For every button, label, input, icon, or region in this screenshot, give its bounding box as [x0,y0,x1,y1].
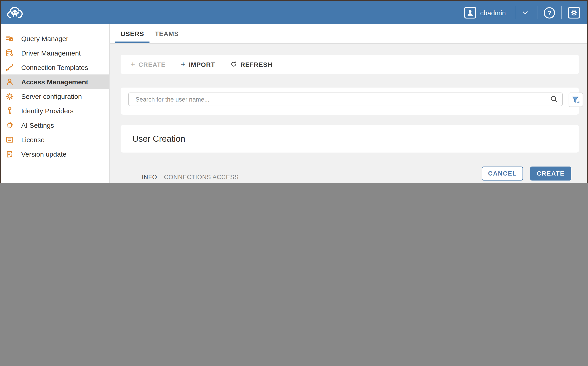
sidebar-item-server-configuration[interactable]: Server configuration [1,89,109,103]
search-input[interactable] [128,92,563,106]
sidebar-item-label: AI Settings [21,121,54,129]
top-bar: cbadmin [1,1,587,24]
query-manager-icon [5,34,14,43]
cloudbeaver-admin-window: cbadmin [0,0,588,183]
sidebar-item-label: Identity Providers [21,107,74,114]
cancel-button[interactable]: CANCEL [482,167,523,181]
sidebar-item-driver-management[interactable]: Driver Management [1,46,109,60]
sidebar-item-ai-settings[interactable]: AI Settings [1,118,109,132]
tab-info[interactable]: INFO [142,174,157,181]
user-avatar[interactable] [464,7,476,18]
divider [537,6,537,19]
filter-button[interactable] [569,92,583,107]
search-icon [549,95,558,105]
create-button[interactable]: CREATE [530,167,571,181]
content-area: CREATE IMPORT REFRESH [110,44,587,183]
sidebar-item-label: License [21,136,45,143]
search-section [121,88,579,115]
sidebar-item-label: Server configuration [21,92,82,100]
filter-funnel-icon [571,95,580,104]
sidebar-item-label: Connection Templates [21,63,88,71]
main-area: USERS TEAMS CREATE IMPORT REFRESH [110,24,587,183]
plus-icon [181,60,186,69]
page-title: User Creation [132,134,185,144]
sidebar-item-license[interactable]: License [1,132,109,147]
settings-gear-icon[interactable] [568,7,580,18]
admin-sidebar: Query Manager Driver Management Connecti… [1,24,110,183]
identity-providers-icon [5,106,14,115]
sidebar-item-label: Query Manager [21,35,68,42]
tab-users[interactable]: USERS [115,24,149,43]
connection-templates-icon [5,63,14,72]
version-update-icon [5,150,14,158]
ai-settings-icon [5,121,14,129]
sidebar-item-query-manager[interactable]: Query Manager [1,31,109,46]
refresh-icon [230,61,237,68]
cloudbeaver-logo-icon [7,6,23,20]
sidebar-item-label: Driver Management [21,49,81,57]
sidebar-item-connection-templates[interactable]: Connection Templates [1,60,109,75]
chevron-down-icon[interactable] [522,9,529,16]
server-configuration-icon [5,92,14,100]
import-toolbar-button[interactable]: IMPORT [181,60,215,69]
toolbar: CREATE IMPORT REFRESH [121,55,579,74]
user-creation-header: User Creation [121,125,579,152]
help-icon[interactable] [544,7,555,18]
person-icon [466,8,474,17]
username-label: cbadmin [480,9,506,16]
divider [561,6,562,19]
sidebar-item-label: Version update [21,150,66,158]
access-management-icon [5,77,14,86]
tab-connections-access[interactable]: CONNECTIONS ACCESS [164,174,239,181]
sidebar-item-label: Access Management [21,78,88,85]
divider [515,6,515,19]
license-icon [5,135,14,144]
sidebar-item-access-management[interactable]: Access Management [1,75,109,89]
driver-management-icon [5,48,14,57]
refresh-toolbar-button[interactable]: REFRESH [230,61,272,68]
users-teams-tabbar: USERS TEAMS [110,24,587,44]
tab-teams[interactable]: TEAMS [149,24,184,43]
plus-icon [131,60,135,69]
sidebar-item-identity-providers[interactable]: Identity Providers [1,103,109,118]
create-toolbar-button[interactable]: CREATE [131,60,165,69]
sidebar-item-version-update[interactable]: Version update [1,147,109,161]
